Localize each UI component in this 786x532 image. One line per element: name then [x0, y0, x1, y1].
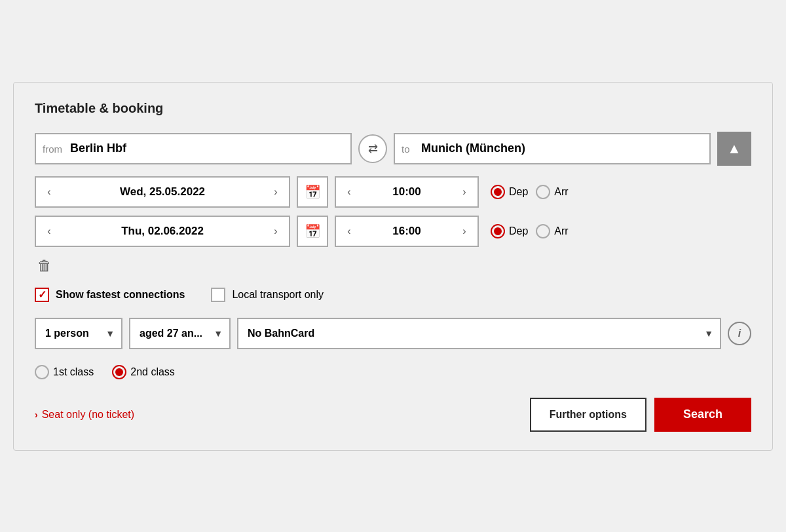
arr-label-1: Arr [554, 186, 568, 198]
from-to-row: from ⇄ to ▲ [35, 132, 751, 166]
datetime-row-2: ‹ Thu, 02.06.2022 › 📅 ‹ 16:00 › Dep [35, 216, 751, 247]
date-next-button-1[interactable]: › [263, 178, 289, 206]
dep-radio-label-1[interactable]: Dep [491, 185, 528, 199]
dep-radio-2[interactable] [491, 224, 505, 238]
age-select[interactable]: aged 0-5 aged 6-14 aged 15-26 aged 27 an… [129, 318, 231, 349]
arr-radio-2[interactable] [536, 224, 550, 238]
class-row: 1st class 2nd class [35, 365, 751, 379]
first-class-label[interactable]: 1st class [35, 365, 94, 379]
chevron-right-icon: › [274, 225, 277, 237]
seat-only-text: Seat only (no ticket) [42, 409, 134, 421]
dep-arr-group-1: Dep Arr [491, 185, 569, 199]
further-options-button[interactable]: Further options [530, 398, 646, 432]
time-next-button-1[interactable]: › [451, 178, 477, 206]
timetable-booking-widget: Timetable & booking from ⇄ to ▲ ‹ Wed, 2… [13, 82, 773, 451]
calendar-button-1[interactable]: 📅 [297, 176, 328, 208]
chevron-left-icon: ‹ [347, 225, 350, 237]
persons-select-wrap: 1 person 2 persons 3 persons 4 persons 5… [35, 318, 122, 349]
age-select-wrap: aged 0-5 aged 6-14 aged 15-26 aged 27 an… [129, 318, 231, 349]
second-class-text: 2nd class [130, 366, 175, 378]
chevron-up-icon: ▲ [727, 140, 741, 157]
seat-only-link[interactable]: › Seat only (no ticket) [35, 409, 134, 421]
time-nav-1: ‹ 10:00 › [335, 176, 479, 208]
datetime-row-1: ‹ Wed, 25.05.2022 › 📅 ‹ 10:00 › Dep [35, 176, 751, 208]
dep-radio-1[interactable] [491, 185, 505, 199]
first-class-text: 1st class [53, 366, 94, 378]
bahncard-select-wrap: No BahnCard BahnCard 25 BahnCard 50 Bahn… [237, 318, 721, 349]
fastest-connections-checkbox[interactable]: ✓ [35, 288, 49, 302]
local-transport-checkbox[interactable] [211, 288, 225, 302]
local-transport-label[interactable]: Local transport only [211, 288, 324, 302]
calendar-icon: 📅 [305, 223, 321, 239]
checkboxes-row: ✓ Show fastest connections Local transpo… [35, 288, 751, 302]
chevron-right-icon: › [462, 186, 466, 198]
second-class-radio[interactable] [112, 365, 126, 379]
passengers-row: 1 person 2 persons 3 persons 4 persons 5… [35, 318, 751, 349]
chevron-left-icon: ‹ [347, 186, 350, 198]
info-icon: i [738, 328, 741, 339]
chevron-right-icon: › [35, 409, 38, 420]
chevron-right-icon: › [274, 186, 277, 198]
dep-radio-label-2[interactable]: Dep [491, 224, 528, 238]
arr-label-2: Arr [554, 225, 568, 237]
chevron-right-icon: › [462, 225, 466, 237]
collapse-button[interactable]: ▲ [717, 132, 751, 166]
chevron-left-icon: ‹ [47, 225, 50, 237]
date-prev-button-1[interactable]: ‹ [36, 178, 62, 206]
second-class-label[interactable]: 2nd class [112, 365, 175, 379]
date-display-2: Thu, 02.06.2022 [62, 225, 263, 238]
bahncard-select[interactable]: No BahnCard BahnCard 25 BahnCard 50 Bahn… [237, 318, 721, 349]
time-prev-button-1[interactable]: ‹ [336, 178, 362, 206]
page-title: Timetable & booking [35, 101, 751, 116]
date-prev-button-2[interactable]: ‹ [36, 217, 62, 246]
bottom-row: › Seat only (no ticket) Further options … [35, 398, 751, 432]
from-input[interactable] [35, 133, 352, 164]
swap-icon: ⇄ [368, 142, 378, 156]
persons-select[interactable]: 1 person 2 persons 3 persons 4 persons 5… [35, 318, 122, 349]
to-input[interactable] [394, 133, 711, 164]
bottom-buttons: Further options Search [530, 398, 751, 432]
date-nav-2: ‹ Thu, 02.06.2022 › [35, 216, 290, 247]
time-nav-2: ‹ 16:00 › [335, 216, 479, 247]
time-display-2: 16:00 [362, 225, 451, 238]
dep-label-1: Dep [509, 186, 528, 198]
fastest-connections-label[interactable]: ✓ Show fastest connections [35, 288, 185, 302]
trash-icon: 🗑 [37, 257, 52, 274]
time-next-button-2[interactable]: › [451, 217, 477, 246]
from-input-wrap: from [35, 133, 352, 164]
first-class-radio[interactable] [35, 365, 49, 379]
chevron-left-icon: ‹ [47, 186, 50, 198]
arr-radio-label-1[interactable]: Arr [536, 185, 568, 199]
time-prev-button-2[interactable]: ‹ [336, 217, 362, 246]
fastest-connections-text: Show fastest connections [56, 289, 185, 301]
dep-arr-group-2: Dep Arr [491, 224, 569, 238]
info-button[interactable]: i [728, 322, 751, 345]
time-display-1: 10:00 [362, 185, 451, 199]
date-nav-1: ‹ Wed, 25.05.2022 › [35, 176, 290, 208]
search-button[interactable]: Search [654, 398, 751, 432]
calendar-icon: 📅 [305, 184, 321, 200]
arr-radio-1[interactable] [536, 185, 550, 199]
date-display-1: Wed, 25.05.2022 [62, 185, 263, 199]
delete-button[interactable]: 🗑 [35, 255, 54, 277]
date-next-button-2[interactable]: › [263, 217, 289, 246]
check-icon: ✓ [38, 288, 47, 301]
arr-radio-label-2[interactable]: Arr [536, 224, 568, 238]
delete-row: 🗑 [35, 255, 751, 277]
local-transport-text: Local transport only [232, 289, 324, 301]
calendar-button-2[interactable]: 📅 [297, 216, 328, 247]
to-input-wrap: to [394, 133, 711, 164]
swap-button[interactable]: ⇄ [358, 134, 387, 163]
dep-label-2: Dep [509, 225, 528, 237]
